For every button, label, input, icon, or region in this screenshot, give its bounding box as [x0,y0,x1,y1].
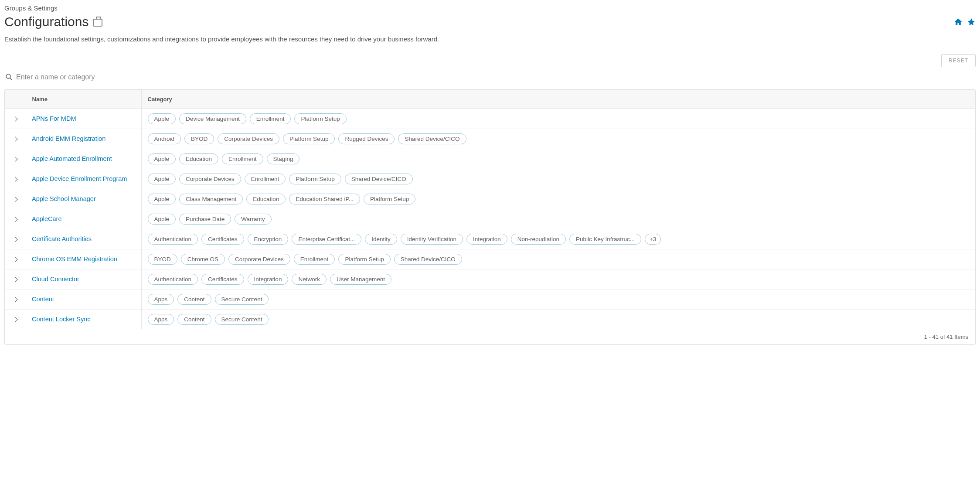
category-tag[interactable]: Corporate Devices [228,254,290,265]
chevron-right-icon[interactable] [13,317,17,322]
category-tag[interactable]: Corporate Devices [179,174,241,184]
table-row: Apple Automated EnrollmentAppleEducation… [5,149,975,169]
chevron-right-icon[interactable] [13,116,17,121]
category-tag[interactable]: Secure Content [215,314,269,325]
category-tag[interactable]: Enterprise Certificat... [292,234,361,245]
config-name-link[interactable]: APNs For MDM [32,113,76,122]
more-tags-button[interactable]: +3 [645,234,661,245]
category-tag[interactable]: Device Management [179,113,246,124]
home-icon[interactable] [954,17,963,26]
table-row: APNs For MDMAppleDevice ManagementEnroll… [5,109,975,129]
category-tag[interactable]: Content [177,314,211,325]
category-tag[interactable]: Education [246,194,286,204]
category-tag[interactable]: Identity [365,234,397,245]
category-tag[interactable]: Network [292,274,327,285]
category-tag[interactable]: Content [177,294,211,305]
chevron-right-icon[interactable] [13,177,17,181]
config-name-link[interactable]: Cloud Connector [32,274,79,283]
search-icon [5,73,13,81]
chevron-right-icon[interactable] [13,136,17,141]
category-tag[interactable]: Encryption [248,234,289,245]
category-tag[interactable]: Certificates [201,274,244,285]
category-tag[interactable]: Enrollment [245,174,286,184]
chevron-right-icon[interactable] [13,217,17,221]
category-tag[interactable]: Certificates [201,234,244,245]
search-input[interactable] [16,73,976,81]
category-tag[interactable]: Chrome OS [181,254,225,265]
config-name-link[interactable]: Content [32,294,54,303]
category-tag[interactable]: Platform Setup [283,133,335,144]
table-row: Apple Device Enrollment ProgramAppleCorp… [5,169,975,189]
category-tag[interactable]: BYOD [148,254,177,265]
category-tag[interactable]: Identity Verification [401,234,463,245]
config-name-link[interactable]: Apple Automated Enrollment [32,153,112,162]
category-tag[interactable]: Shared Device/CICO [345,174,413,184]
configurations-table: Name Category APNs For MDMAppleDevice Ma… [5,90,975,329]
table-row: Cloud ConnectorAuthenticationCertificate… [5,269,975,289]
category-tag[interactable]: Enrollment [294,254,335,265]
category-tag[interactable]: Purchase Date [179,214,231,225]
breadcrumb: Groups & Settings [4,4,976,12]
category-tag[interactable]: Apple [148,113,176,124]
suitcase-icon [93,19,102,27]
chevron-right-icon[interactable] [13,257,17,262]
category-tag[interactable]: Corporate Devices [218,133,279,144]
column-category[interactable]: Category [141,90,975,109]
table-row: Content Locker SyncAppsContentSecure Con… [5,309,975,329]
column-name[interactable]: Name [26,90,141,109]
category-tag[interactable]: Public Key Infrastruc... [569,234,641,245]
config-name-link[interactable]: Android EMM Registration [32,133,105,142]
page-description: Establish the foundational settings, cus… [4,34,976,44]
category-tag[interactable]: Platform Setup [289,174,341,184]
chevron-right-icon[interactable] [13,157,17,161]
reset-button[interactable]: RESET [941,54,976,67]
search-bar[interactable] [4,72,976,83]
category-tag[interactable]: Education [179,153,218,164]
svg-line-1 [10,78,12,80]
category-tag[interactable]: Education Shared iP... [289,194,360,204]
category-tag[interactable]: Integration [248,274,289,285]
config-name-link[interactable]: Content Locker Sync [32,314,91,323]
category-tag[interactable]: Apple [148,174,176,184]
category-tag[interactable]: Shared Device/CICO [394,254,462,265]
category-tag[interactable]: Rugged Devices [338,133,395,144]
config-name-link[interactable]: Chrome OS EMM Registration [32,254,117,262]
column-expand [5,90,26,109]
table-row: Android EMM RegistrationAndroidBYODCorpo… [5,129,975,149]
category-tag[interactable]: Authentication [148,234,198,245]
category-tag[interactable]: Android [148,133,181,144]
category-tag[interactable]: BYOD [184,133,214,144]
category-tag[interactable]: Warranty [235,214,271,225]
star-icon[interactable] [967,17,976,26]
table-row: Apple School ManagerAppleClass Managemen… [5,189,975,209]
category-tag[interactable]: Shared Device/CICO [398,133,466,144]
category-tag[interactable]: Enrollment [222,153,263,164]
category-tag[interactable]: Authentication [148,274,198,285]
table-footer: 1 - 41 of 41 Items [5,329,975,344]
config-name-link[interactable]: Apple Device Enrollment Program [32,174,127,182]
category-tag[interactable]: Apple [148,153,176,164]
page-title: Configurations [4,14,88,29]
chevron-right-icon[interactable] [13,237,17,242]
category-tag[interactable]: Apple [148,214,176,225]
category-tag[interactable]: Apps [148,294,174,305]
category-tag[interactable]: Platform Setup [294,113,346,124]
chevron-right-icon[interactable] [13,277,17,282]
category-tag[interactable]: Integration [466,234,507,245]
category-tag[interactable]: Platform Setup [338,254,390,265]
table-row: ContentAppsContentSecure Content [5,289,975,309]
chevron-right-icon[interactable] [13,197,17,201]
category-tag[interactable]: Secure Content [215,294,269,305]
chevron-right-icon[interactable] [13,297,17,302]
config-name-link[interactable]: AppleCare [32,214,62,222]
category-tag[interactable]: Apps [148,314,174,325]
category-tag[interactable]: Platform Setup [364,194,415,204]
category-tag[interactable]: Enrollment [250,113,291,124]
category-tag[interactable]: Class Management [179,194,243,204]
category-tag[interactable]: Staging [267,153,300,164]
category-tag[interactable]: Non-repudiation [511,234,566,245]
category-tag[interactable]: User Management [330,274,391,285]
config-name-link[interactable]: Apple School Manager [32,194,96,202]
config-name-link[interactable]: Certificate Authorities [32,234,92,242]
category-tag[interactable]: Apple [148,194,176,204]
